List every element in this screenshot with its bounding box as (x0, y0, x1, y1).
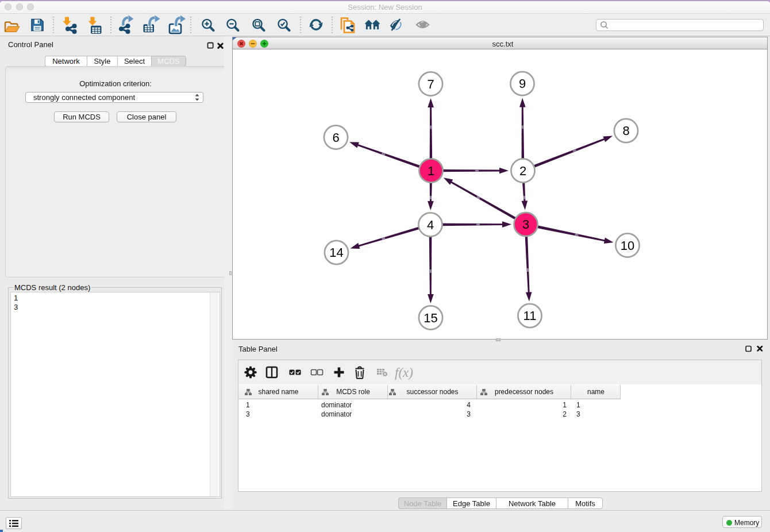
svg-text:7: 7 (427, 77, 434, 91)
svg-text:6: 6 (332, 130, 339, 145)
svg-text:f(x): f(x) (395, 365, 413, 380)
svg-text:2: 2 (519, 164, 526, 178)
svg-text:1: 1 (428, 164, 434, 178)
svg-text:4: 4 (427, 218, 434, 232)
svg-text:14: 14 (329, 245, 343, 260)
svg-text:8: 8 (622, 124, 629, 138)
svg-text:3: 3 (522, 217, 529, 232)
svg-text:10: 10 (621, 238, 634, 253)
svg-text:9: 9 (519, 76, 526, 91)
svg-text:11: 11 (523, 309, 537, 323)
svg-text:15: 15 (424, 311, 437, 325)
